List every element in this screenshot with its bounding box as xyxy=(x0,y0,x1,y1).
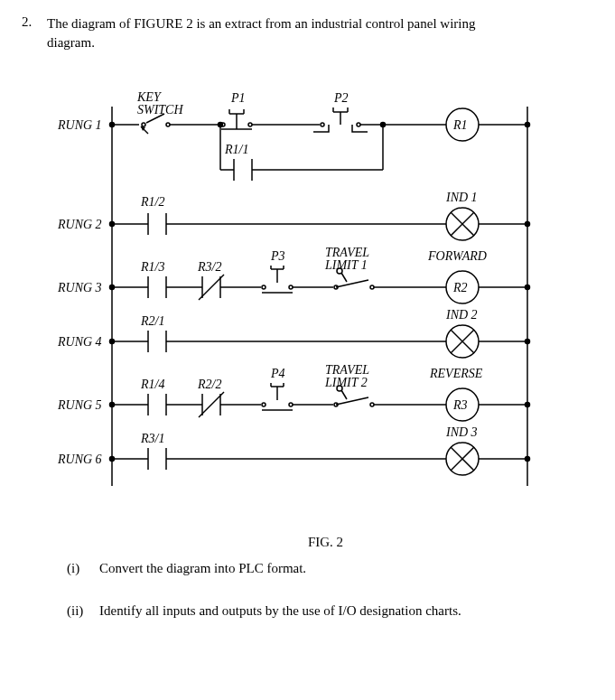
svg-point-18 xyxy=(321,123,324,126)
p1-pushbutton xyxy=(221,109,252,129)
subpart-i: (i) Convert the diagram into PLC format. xyxy=(67,561,593,576)
r3-1-label: R3/1 xyxy=(140,432,164,445)
p4-pushbutton xyxy=(262,383,293,410)
svg-point-6 xyxy=(166,123,170,126)
p3-label: P3 xyxy=(270,249,285,263)
p3-pushbutton xyxy=(262,266,293,293)
question-number: 2. xyxy=(22,14,38,52)
ladder-diagram: RUNG 1 KEY SWITCH xyxy=(22,61,593,550)
r2-2-contact xyxy=(199,392,224,417)
key-switch-label: KEY SWITCH xyxy=(136,90,183,117)
p2-label: P2 xyxy=(333,91,349,105)
r2-1-contact xyxy=(148,331,166,352)
reverse-label: REVERSE xyxy=(429,367,483,380)
p1-label: P1 xyxy=(230,91,246,105)
question-text: The diagram of FIGURE 2 is an extract fr… xyxy=(47,14,517,52)
svg-point-55 xyxy=(262,285,266,289)
svg-point-56 xyxy=(289,285,293,289)
tl2-label: TRAVEL LIMIT 2 xyxy=(324,363,372,389)
subpart-ii: (ii) Identify all inputs and outputs by … xyxy=(67,603,593,619)
r3-2-label: R3/2 xyxy=(197,260,221,274)
r2-coil: R2 xyxy=(446,271,479,303)
r3-coil: R3 xyxy=(446,388,479,421)
svg-point-35 xyxy=(219,123,223,127)
svg-point-81 xyxy=(526,340,530,344)
svg-point-19 xyxy=(357,123,360,126)
rung-4-label: RUNG 4 xyxy=(57,335,102,349)
subpart-ii-num: (ii) xyxy=(67,603,90,619)
rung-2: RUNG 2 R1/2 IND 1 xyxy=(57,191,530,240)
r3-1-contact xyxy=(148,448,166,470)
rung-5: RUNG 5 R1/4 R2/2 xyxy=(57,363,530,421)
subpart-i-text: Convert the diagram into PLC format. xyxy=(99,561,306,576)
subpart-ii-text: Identify all inputs and outputs by the u… xyxy=(99,603,461,619)
svg-line-102 xyxy=(341,390,347,399)
svg-point-107 xyxy=(526,403,530,407)
forward-label: FORWARD xyxy=(427,249,487,263)
rung-1-label: RUNG 1 xyxy=(57,118,102,132)
r1-coil-label: R1 xyxy=(452,118,468,132)
rung-3-label: RUNG 3 xyxy=(57,281,102,294)
svg-point-117 xyxy=(526,457,530,462)
svg-point-64 xyxy=(370,285,374,289)
ind1-label: IND 1 xyxy=(445,191,478,204)
r1-1-label: R1/1 xyxy=(224,143,248,156)
r1-2-label: R1/2 xyxy=(140,195,164,209)
ind3-lamp xyxy=(446,443,479,475)
rung-3: RUNG 3 R1/3 R3/2 xyxy=(57,246,530,303)
svg-point-11 xyxy=(248,123,252,126)
rung-4: RUNG 4 R2/1 IND 2 xyxy=(57,308,530,358)
r1-2-contact xyxy=(148,213,166,235)
r3-2-contact xyxy=(199,275,224,300)
svg-point-4 xyxy=(142,123,145,126)
rung-5-label: RUNG 5 xyxy=(57,398,102,412)
r1-4-contact xyxy=(148,394,166,415)
r2-coil-label: R2 xyxy=(452,281,468,294)
rung-2-label: RUNG 2 xyxy=(57,218,102,231)
svg-line-101 xyxy=(336,397,368,405)
rung-6-label: RUNG 6 xyxy=(57,453,102,466)
svg-line-66 xyxy=(341,273,347,282)
ind1-lamp xyxy=(446,208,479,240)
svg-point-91 xyxy=(262,403,266,406)
svg-point-71 xyxy=(526,285,530,290)
question-row: 2. The diagram of FIGURE 2 is an extract… xyxy=(22,14,593,52)
p2-pushbutton xyxy=(313,107,368,132)
r1-1-sealin: R1/1 xyxy=(219,123,386,182)
svg-point-27 xyxy=(526,123,530,127)
ind2-lamp xyxy=(446,325,479,358)
key-switch-symbol xyxy=(141,114,170,134)
r2-1-label: R2/1 xyxy=(140,314,164,328)
r1-3-contact xyxy=(148,276,166,298)
r2-2-label: R2/2 xyxy=(197,378,221,391)
r1-coil: R1 xyxy=(446,108,479,141)
svg-line-65 xyxy=(336,280,368,287)
svg-point-92 xyxy=(289,403,293,406)
tl1-label: TRAVEL LIMIT 1 xyxy=(324,246,372,272)
p4-label: P4 xyxy=(270,367,285,380)
ind3-label: IND 3 xyxy=(445,425,478,439)
svg-point-45 xyxy=(526,222,530,227)
r1-4-label: R1/4 xyxy=(140,378,164,391)
r1-3-label: R1/3 xyxy=(140,260,164,274)
subpart-i-num: (i) xyxy=(67,561,90,576)
svg-point-34 xyxy=(381,123,386,127)
figure-caption: FIG. 2 xyxy=(58,535,593,550)
ind2-label: IND 2 xyxy=(445,308,478,322)
rung-1: RUNG 1 KEY SWITCH xyxy=(57,90,530,181)
rung-6: RUNG 6 R3/1 IND 3 xyxy=(57,425,530,475)
r3-coil-label: R3 xyxy=(452,398,468,412)
svg-point-100 xyxy=(370,403,374,406)
